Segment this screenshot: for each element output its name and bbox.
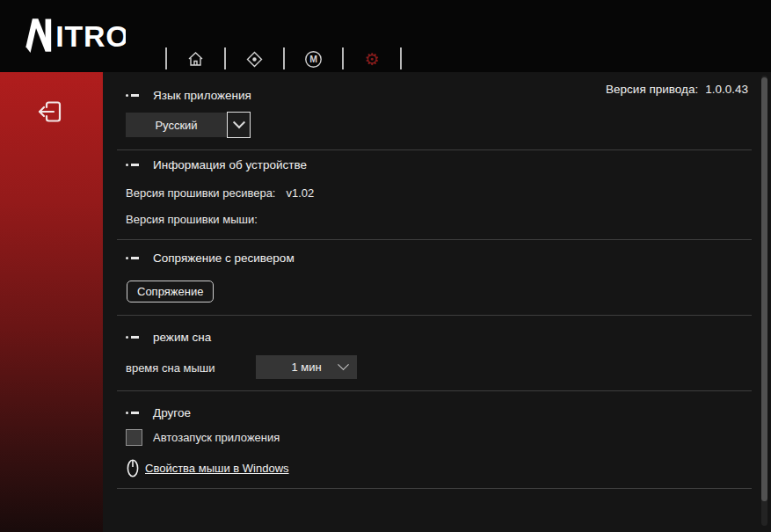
autostart-checkbox[interactable]	[126, 429, 142, 446]
driver-version-value: 1.0.0.43	[705, 83, 748, 96]
mouse-properties-link[interactable]: Свойства мыши в Windows	[145, 462, 289, 475]
pairing-button[interactable]: Сопряжение	[127, 281, 214, 302]
sidebar	[0, 72, 103, 532]
chevron-down-icon	[338, 359, 349, 370]
gear-icon: ⚙	[364, 51, 379, 68]
divider	[117, 488, 752, 489]
divider	[117, 390, 752, 391]
sleep-time-selected-value: 1 мин	[291, 361, 321, 374]
section-bullet-icon	[126, 164, 139, 166]
dpi-tab[interactable]	[244, 48, 265, 69]
driver-version-label: Версия привода:	[606, 83, 698, 96]
logout-button[interactable]	[35, 97, 65, 127]
nav-separator	[342, 47, 344, 69]
macro-letter: M	[309, 54, 317, 64]
nitro-app-window: — × ITRO	[0, 0, 771, 532]
nav-separator	[165, 47, 167, 69]
mouse-firmware-row: Версия прошивки мыши:	[126, 213, 268, 226]
divider	[117, 149, 752, 150]
autostart-label: Автозапуск приложения	[153, 431, 280, 444]
section-bullet-icon	[126, 336, 139, 339]
mouse-firmware-label: Версия прошивки мыши:	[126, 213, 258, 226]
scrollbar-track[interactable]	[761, 76, 767, 526]
settings-tab-active[interactable]: ⚙	[361, 48, 382, 69]
language-select[interactable]: Русский	[126, 113, 227, 137]
section-device-info-title: Информация об устройстве	[153, 158, 307, 171]
section-other-title: Другое	[153, 406, 191, 419]
divider	[117, 239, 752, 240]
section-other: Другое	[126, 406, 191, 419]
macro-m-icon: M	[304, 50, 323, 69]
logout-icon	[35, 97, 65, 127]
autostart-row: Автозапуск приложения	[126, 429, 280, 446]
driver-version: Версия привода:1.0.0.43	[606, 83, 748, 96]
dpi-diamond-icon	[245, 50, 264, 69]
chevron-down-icon	[232, 116, 244, 128]
nav-separator	[283, 47, 285, 69]
section-pairing-title: Сопряжение с ресивером	[153, 251, 295, 265]
section-bullet-icon	[126, 257, 139, 259]
divider	[117, 315, 752, 316]
section-sleep-title: режим сна	[153, 331, 211, 344]
language-select-expand-button[interactable]	[227, 112, 251, 138]
section-language-title: Язык приложения	[153, 89, 251, 102]
section-device-info: Информация об устройстве	[126, 158, 307, 171]
section-sleep: режим сна	[126, 331, 211, 344]
scrollbar-thumb[interactable]	[761, 77, 767, 501]
section-language: Язык приложения	[126, 89, 251, 102]
home-icon	[186, 50, 205, 69]
mouse-icon	[127, 459, 139, 477]
section-pairing: Сопряжение с ресивером	[126, 251, 295, 265]
header-bar: ITRO	[0, 0, 771, 72]
mouse-properties-row: Свойства мыши в Windows	[127, 459, 289, 477]
nav-separator	[400, 47, 402, 69]
language-selected-value: Русский	[155, 119, 197, 132]
section-bullet-icon	[126, 412, 139, 414]
sleep-time-select[interactable]: 1 мин	[256, 355, 357, 379]
section-bullet-icon	[126, 94, 139, 97]
receiver-firmware-label: Версия прошивки ресивера:	[126, 186, 276, 200]
nav-separator	[224, 47, 226, 69]
macro-tab[interactable]: M	[302, 48, 324, 69]
receiver-firmware-row: Версия прошивки ресивера: v1.02	[126, 186, 314, 200]
home-tab[interactable]	[185, 48, 206, 69]
top-nav: M ⚙	[0, 46, 771, 72]
sleep-time-label: время сна мыши	[126, 356, 215, 379]
settings-panel: Версия привода:1.0.0.43 Язык приложения …	[103, 72, 771, 532]
receiver-firmware-value: v1.02	[287, 186, 315, 200]
